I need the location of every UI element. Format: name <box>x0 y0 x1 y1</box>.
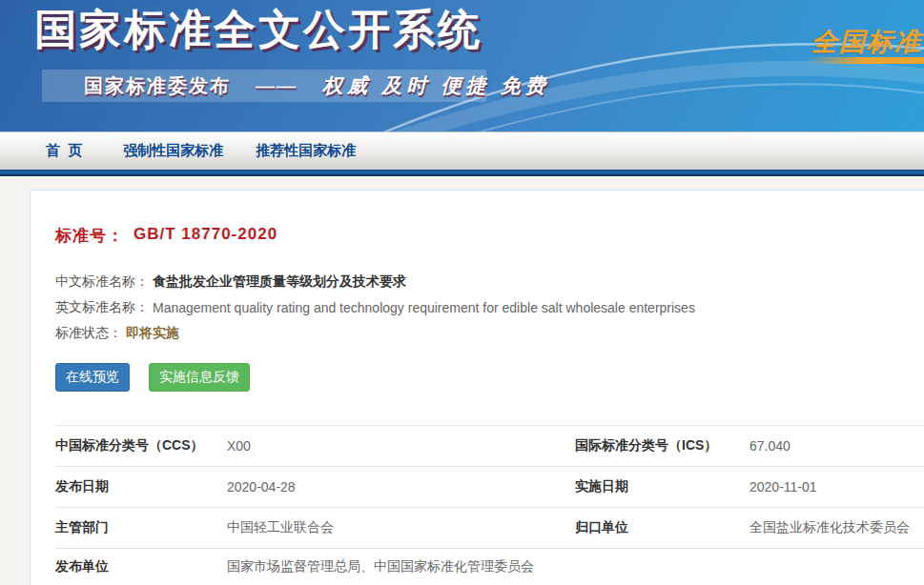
field-label: 国际标准分类号（ICS） <box>575 437 749 454</box>
table-row: 发布日期 2020-04-28 实施日期 2020-11-01 <box>55 466 924 507</box>
field-value: X00 <box>227 438 575 454</box>
status-row: 标准状态： 即将实施 <box>55 320 695 346</box>
page-title: 国家标准全文公开系统 <box>34 2 483 58</box>
table-row: 主管部门 中国轻工业联合会 归口单位 全国盐业标准化技术委员会 <box>55 507 924 548</box>
publisher-strip: 国家标准委发布 —— 权威 及时 便捷 免费 <box>42 70 486 102</box>
field-label: 发布单位 <box>55 558 227 575</box>
standard-fields: 中文标准名称： 食盐批发企业管理质量等级划分及技术要求 英文标准名称： Mana… <box>55 269 695 346</box>
status-badge: 即将实施 <box>126 325 179 342</box>
field-label: 中国标准分类号（CCS） <box>55 437 227 454</box>
en-name-row: 英文标准名称： Management quality rating and te… <box>55 294 695 320</box>
standard-number-heading: 标准号： GB/T 18770-2020 <box>55 225 277 247</box>
field-label: 实施日期 <box>575 478 749 495</box>
site-banner: 国家标准全文公开系统 国家标准委发布 —— 权威 及时 便捷 免费 全国标准信息 <box>0 0 924 131</box>
nav-item-recommended-standards[interactable]: 推荐性国家标准 <box>256 142 356 160</box>
field-label: 归口单位 <box>575 519 749 536</box>
platform-watermark: 全国标准信息 <box>811 25 924 59</box>
action-buttons: 在线预览 实施信息反馈 <box>55 363 250 392</box>
slogan-text: 权威 及时 便捷 免费 <box>322 72 550 99</box>
field-value: 中国轻工业联合会 <box>227 519 575 536</box>
nav-item-home[interactable]: 首 页 <box>46 142 84 160</box>
gold-underline <box>807 57 924 64</box>
field-value: 全国盐业标准化技术委员会 <box>749 519 924 536</box>
en-name-value: Management quality rating and technology… <box>153 300 695 315</box>
online-preview-button[interactable]: 在线预览 <box>55 363 130 392</box>
standard-number-value: GB/T 18770-2020 <box>133 225 277 247</box>
cn-name-row: 中文标准名称： 食盐批发企业管理质量等级划分及技术要求 <box>55 269 695 294</box>
cn-name-value: 食盐批发企业管理质量等级划分及技术要求 <box>153 273 406 291</box>
dash-separator: —— <box>256 75 298 97</box>
field-label: 主管部门 <box>55 519 227 536</box>
nav-bottom-bar <box>0 170 924 176</box>
field-label: 发布日期 <box>55 478 227 495</box>
field-value: 2020-04-28 <box>227 479 575 494</box>
field-value: 2020-11-01 <box>749 479 924 494</box>
standard-info-table: 中国标准分类号（CCS） X00 国际标准分类号（ICS） 67.040 发布日… <box>55 425 924 585</box>
en-name-label: 英文标准名称： <box>55 299 149 316</box>
publisher-text: 国家标准委发布 <box>84 73 231 99</box>
status-label: 标准状态： <box>55 325 122 342</box>
field-value: 67.040 <box>749 438 924 454</box>
table-row: 中国标准分类号（CCS） X00 国际标准分类号（ICS） 67.040 <box>55 425 924 466</box>
implementation-feedback-button[interactable]: 实施信息反馈 <box>149 363 250 392</box>
standard-number-label: 标准号： <box>55 225 124 247</box>
cn-name-label: 中文标准名称： <box>55 273 149 291</box>
nav-item-mandatory-standards[interactable]: 强制性国家标准 <box>123 142 223 160</box>
content-panel: 标准号： GB/T 18770-2020 中文标准名称： 食盐批发企业管理质量等… <box>30 190 924 585</box>
table-row: 发布单位 国家市场监督管理总局、中国国家标准化管理委员会 <box>55 548 924 585</box>
field-value: 国家市场监督管理总局、中国国家标准化管理委员会 <box>227 558 924 575</box>
nav-bar: 首 页 强制性国家标准 推荐性国家标准 <box>0 131 924 170</box>
